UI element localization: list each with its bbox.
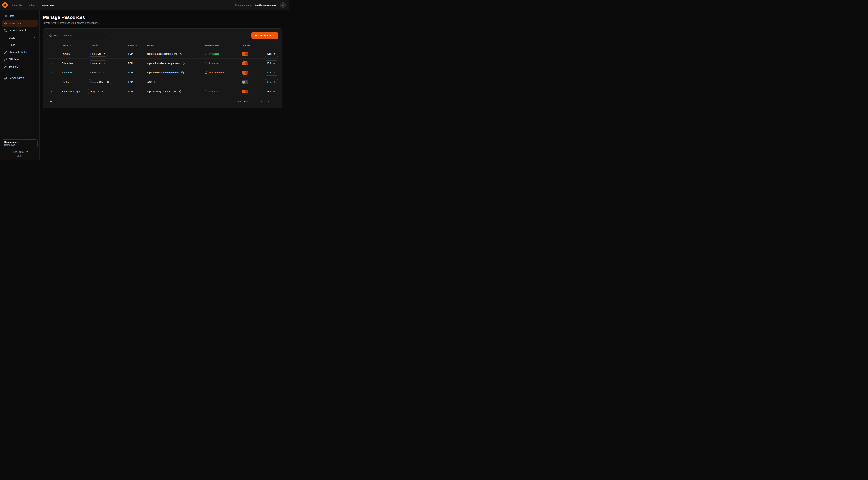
resource-protocol: TCP xyxy=(128,81,147,84)
column-header-name[interactable]: Name xyxy=(58,44,88,47)
enabled-toggle[interactable] xyxy=(242,52,248,56)
shield-check-icon xyxy=(205,90,208,93)
column-header-enabled: Enabled xyxy=(242,44,265,47)
copy-glyph-icon xyxy=(181,71,184,74)
sidebar-item-server-admin[interactable]: Server Admin xyxy=(2,74,38,82)
chevrons-right-icon xyxy=(274,100,277,103)
table-header: Name Site Protocol Access Authentication… xyxy=(47,41,278,49)
page-size-value: 20 xyxy=(49,100,52,103)
app-logo[interactable] xyxy=(2,2,8,8)
breadcrumb-settings[interactable]: settings xyxy=(28,4,36,6)
documentation-link[interactable]: Documentation xyxy=(235,4,251,6)
auth-status: Not Protected xyxy=(205,71,224,74)
prev-page-button[interactable] xyxy=(258,99,264,104)
main-content: Manage Resources Create secure proxies t… xyxy=(40,10,289,160)
last-page-button[interactable] xyxy=(273,99,278,104)
sidebar-item-access-control[interactable]: Access Control xyxy=(2,27,38,34)
copy-icon[interactable] xyxy=(182,62,185,65)
ellipsis-icon xyxy=(51,52,54,55)
organization-selector[interactable]: Organization Home Lab xyxy=(2,139,38,148)
next-page-button[interactable] xyxy=(266,99,271,104)
arrow-right-icon xyxy=(273,81,276,84)
resource-protocol: TCP xyxy=(128,90,147,93)
enabled-toggle[interactable] xyxy=(242,90,248,93)
edit-button[interactable]: Edit xyxy=(265,79,278,85)
table-row: Battery Manager Edge 01 TCP https://batt… xyxy=(47,87,278,96)
chevron-down-icon xyxy=(53,100,56,103)
user-email[interactable]: joe@example.com xyxy=(255,4,277,6)
column-header-authentication[interactable]: Authentication xyxy=(205,44,242,47)
sidebar-item-roles[interactable]: Roles xyxy=(2,41,38,48)
sidebar-item-sites[interactable]: Sites xyxy=(2,12,38,19)
auth-status: Protected xyxy=(205,90,219,93)
table-row: Bitwarden Home Lab TCP https://bitwarden… xyxy=(47,58,278,68)
search-icon xyxy=(49,34,52,37)
sidebar-item-api-keys[interactable]: API Keys xyxy=(2,56,38,63)
row-actions-menu-button[interactable] xyxy=(50,89,55,94)
open-source-label: Open Source xyxy=(12,151,25,153)
edit-button[interactable]: Edit xyxy=(265,89,278,94)
resource-protocol: TCP xyxy=(128,62,147,65)
avatar[interactable]: J xyxy=(280,2,286,8)
auth-label: Not Protected xyxy=(209,71,224,74)
card-toolbar: Add Resource xyxy=(47,32,278,39)
topbar: home-lab settings resources Documentatio… xyxy=(0,0,289,10)
search-input[interactable] xyxy=(54,34,104,37)
copy-icon[interactable] xyxy=(154,80,157,84)
column-header-access: Access xyxy=(147,44,205,47)
edit-button[interactable]: Edit xyxy=(265,60,278,66)
chevron-right-icon xyxy=(33,36,36,39)
site-link-button[interactable]: Home Lab xyxy=(88,60,108,66)
site-link-button[interactable]: Second Office xyxy=(88,79,112,85)
first-page-button[interactable] xyxy=(251,99,257,104)
open-source-link[interactable]: Open Source xyxy=(2,151,38,153)
row-actions-menu-button[interactable] xyxy=(50,80,55,84)
sidebar-item-resources[interactable]: Resources xyxy=(2,20,38,27)
site-link-button[interactable]: Edge 01 xyxy=(88,89,106,94)
sidebar-item-users[interactable]: Users xyxy=(2,34,38,41)
copy-icon[interactable] xyxy=(178,90,182,93)
row-actions-menu-button[interactable] xyxy=(50,61,55,65)
add-resource-button[interactable]: Add Resource xyxy=(251,32,278,39)
sidebar-item-label: Sites xyxy=(9,14,14,18)
sidebar-item-label: API Keys xyxy=(9,58,19,61)
copy-icon[interactable] xyxy=(181,71,184,74)
column-header-site[interactable]: Site xyxy=(88,44,128,47)
row-actions-menu-button[interactable] xyxy=(50,70,55,75)
organization-name: Home Lab xyxy=(4,144,18,146)
breadcrumb-org[interactable]: home-lab xyxy=(12,4,22,6)
shield-off-icon xyxy=(205,71,208,74)
shield-check-icon xyxy=(205,62,208,65)
sidebar-item-settings[interactable]: Settings xyxy=(2,63,38,70)
resource-protocol: TCP xyxy=(128,53,147,55)
enabled-toggle[interactable] xyxy=(242,61,248,65)
external-link-icon xyxy=(107,81,109,83)
edit-button[interactable]: Edit xyxy=(265,51,278,57)
table-footer: 20 Page 1 of 1 xyxy=(47,99,278,104)
auth-label: - xyxy=(205,81,206,84)
enabled-toggle[interactable] xyxy=(242,71,248,74)
site-link-button[interactable]: Office xyxy=(88,70,103,76)
auth-status: Protected xyxy=(205,62,219,65)
toggle-knob xyxy=(245,71,248,74)
auth-status: Protected xyxy=(205,53,219,55)
page-size-select[interactable]: 20 xyxy=(47,99,58,104)
table-row: Immich Home Lab TCP https://immich.examp… xyxy=(47,49,278,58)
site-link-button[interactable]: Home Lab xyxy=(88,51,108,57)
row-actions-menu-button[interactable] xyxy=(50,52,55,56)
add-resource-label: Add Resource xyxy=(258,34,275,37)
enabled-toggle[interactable] xyxy=(242,80,248,84)
edit-button[interactable]: Edit xyxy=(265,70,278,76)
sidebar-nav: Sites Resources Access Control Users Rol… xyxy=(2,12,38,135)
copy-icon[interactable] xyxy=(179,52,182,56)
access-url: https://battery.example.com xyxy=(147,90,177,93)
sidebar-item-shareable-links[interactable]: Shareable Links xyxy=(2,49,38,56)
sidebar-item-label: Access Control xyxy=(9,29,26,32)
external-link-icon xyxy=(26,151,28,153)
link-icon xyxy=(4,51,7,54)
arrow-right-icon xyxy=(273,90,276,93)
site-name: Second Office xyxy=(91,81,105,84)
resource-name: Battery Manager xyxy=(58,90,88,93)
pagination: Page 1 of 1 xyxy=(236,99,278,104)
chevrons-up-down-icon xyxy=(33,142,35,145)
